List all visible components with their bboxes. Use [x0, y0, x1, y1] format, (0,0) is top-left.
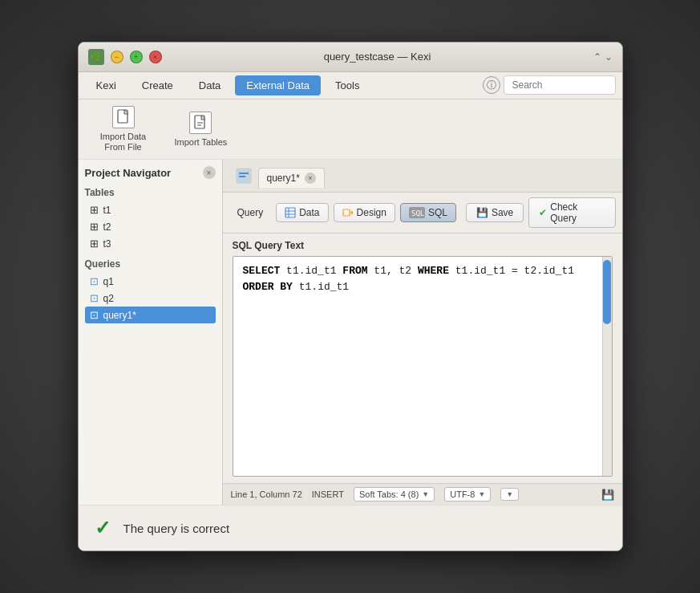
sidebar-item-t1[interactable]: ⊞ t1	[85, 201, 216, 218]
scrollbar-vertical[interactable]	[602, 257, 612, 476]
tab-create[interactable]: Create	[131, 75, 184, 95]
query-tab-icon	[233, 164, 255, 187]
chevron-down-icon: ▼	[478, 490, 485, 498]
table-t1-label: t1	[103, 205, 111, 216]
content-area: Project Navigator × Tables ⊞ t1 ⊞ t2 ⊞ t…	[79, 160, 622, 505]
result-message: The query is correct	[123, 522, 230, 535]
sidebar-item-q2[interactable]: ⊡ q2	[85, 290, 216, 307]
design-tab-btn[interactable]: Design	[334, 203, 395, 222]
check-mark-icon: ✓	[95, 517, 111, 539]
design-tab-label: Design	[357, 207, 386, 218]
import-tables-button[interactable]: Import Tables	[175, 112, 228, 147]
sql-icon: SQL	[409, 207, 425, 218]
save-icon: 💾	[476, 207, 488, 218]
query-toolbar: Query Data	[223, 193, 622, 234]
sql-section: SQL Query Text SELECT t1.id_t1 FROM t1, …	[223, 234, 622, 483]
minimize-button[interactable]: −	[111, 51, 123, 63]
query-icon: ⊡	[90, 292, 99, 304]
external-data-toolbar: Import Data From File Import Tables	[79, 100, 622, 160]
query-icon: ⊡	[90, 275, 99, 287]
sidebar-item-t3[interactable]: ⊞ t3	[85, 235, 216, 252]
scroll-up-button[interactable]: ⌃	[593, 51, 601, 63]
table-t2-label: t2	[103, 221, 111, 233]
import-file-button[interactable]: Import Data From File	[91, 106, 156, 152]
table-icon: ⊞	[90, 221, 99, 233]
table-icon: ⊞	[90, 238, 99, 250]
tab-tools[interactable]: Tools	[324, 75, 370, 95]
query-tab-btn[interactable]: Query	[229, 204, 272, 221]
tab-kexi[interactable]: Kexi	[85, 75, 127, 95]
import-file-icon	[112, 106, 135, 128]
sql-line-2: ORDER BY t1.id_t1	[243, 279, 593, 295]
scrollbar-thumb[interactable]	[603, 260, 611, 324]
data-tab-btn[interactable]: Data	[276, 203, 328, 222]
sidebar-item-q1[interactable]: ⊡ q1	[85, 273, 216, 290]
sidebar-header: Project Navigator ×	[85, 166, 216, 179]
svg-rect-6	[239, 176, 245, 177]
table-icon: ⊞	[90, 204, 99, 216]
check-query-button[interactable]: ✔ Check Query	[528, 197, 615, 228]
app-icon: 🌿	[88, 49, 104, 65]
extra-dropdown[interactable]: ▼	[500, 488, 519, 501]
close-button[interactable]: ×	[149, 51, 162, 63]
query1-tab-close[interactable]: ×	[305, 173, 316, 184]
query-icon: ⊡	[90, 309, 99, 321]
info-button[interactable]: ⓘ	[483, 76, 500, 94]
cursor-position: Line 1, Column 72	[231, 489, 302, 499]
sql-tab-label: SQL	[428, 207, 447, 218]
data-icon	[285, 207, 296, 218]
scroll-down-button[interactable]: ⌄	[605, 51, 613, 63]
tables-section-title: Tables	[85, 187, 216, 198]
sql-editor-label: SQL Query Text	[233, 240, 613, 251]
status-bar: Line 1, Column 72 INSERT Soft Tabs: 4 (8…	[223, 483, 622, 505]
desktop: 🌿 − + × query_testcase — Kexi ⌃ ⌄ Kexi C…	[0, 0, 700, 593]
sidebar-item-query1[interactable]: ⊡ query1*	[85, 307, 216, 323]
search-input[interactable]	[504, 75, 616, 95]
right-panel: query1* × Query Data	[223, 160, 622, 505]
query1-tab[interactable]: query1* ×	[258, 168, 325, 188]
maximize-button[interactable]: +	[130, 51, 143, 63]
design-icon	[342, 207, 354, 218]
query1-tab-label: query1*	[267, 173, 300, 184]
edit-mode: INSERT	[312, 489, 344, 499]
sidebar-close-button[interactable]: ×	[203, 166, 216, 179]
save-label: Save	[492, 207, 513, 218]
tab-strip: query1* ×	[223, 160, 622, 193]
project-navigator: Project Navigator × Tables ⊞ t1 ⊞ t2 ⊞ t…	[79, 160, 223, 505]
svg-rect-7	[285, 208, 295, 217]
sql-line-1: SELECT t1.id_t1 FROM t1, t2 WHERE t1.id_…	[243, 263, 593, 279]
check-icon: ✔	[539, 207, 547, 218]
result-bar: ✓ The query is correct	[79, 505, 622, 550]
chevron-down-icon: ▼	[422, 490, 429, 498]
chevron-down-icon: ▼	[506, 490, 513, 498]
titlebar: 🌿 − + × query_testcase — Kexi ⌃ ⌄	[79, 43, 622, 72]
menubar: Kexi Create Data External Data Tools ⓘ	[79, 72, 622, 100]
import-tables-icon	[189, 112, 212, 134]
svg-text:SQL: SQL	[411, 209, 424, 217]
tabs-dropdown[interactable]: Soft Tabs: 4 (8) ▼	[354, 487, 435, 502]
check-label: Check Query	[550, 201, 605, 224]
main-window: 🌿 − + × query_testcase — Kexi ⌃ ⌄ Kexi C…	[78, 42, 623, 551]
sql-tab-btn[interactable]: SQL SQL	[400, 203, 456, 222]
queries-section-title: Queries	[85, 258, 216, 270]
import-tables-label: Import Tables	[175, 137, 228, 147]
data-tab-label: Data	[299, 207, 319, 218]
encoding-dropdown[interactable]: UTF-8 ▼	[444, 487, 491, 502]
tab-external-data[interactable]: External Data	[235, 75, 321, 95]
titlebar-left: 🌿 − + ×	[88, 49, 162, 65]
sql-editor[interactable]: SELECT t1.id_t1 FROM t1, t2 WHERE t1.id_…	[233, 257, 602, 476]
sidebar-title: Project Navigator	[85, 167, 172, 179]
tabs-label: Soft Tabs: 4 (8)	[359, 489, 419, 499]
sidebar-item-t2[interactable]: ⊞ t2	[85, 218, 216, 235]
svg-rect-5	[239, 173, 249, 174]
query-query1-label: query1*	[103, 310, 136, 321]
window-title: query_testcase — Kexi	[162, 51, 593, 63]
query-q2-label: q2	[103, 293, 114, 304]
save-button[interactable]: 💾 Save	[466, 203, 524, 222]
sql-editor-container: SELECT t1.id_t1 FROM t1, t2 WHERE t1.id_…	[233, 256, 613, 477]
titlebar-controls: ⌃ ⌄	[593, 51, 613, 63]
import-file-label: Import Data From File	[91, 132, 156, 152]
tab-data[interactable]: Data	[188, 75, 232, 95]
table-t3-label: t3	[103, 238, 111, 250]
save-status-icon[interactable]: 💾	[601, 489, 614, 501]
